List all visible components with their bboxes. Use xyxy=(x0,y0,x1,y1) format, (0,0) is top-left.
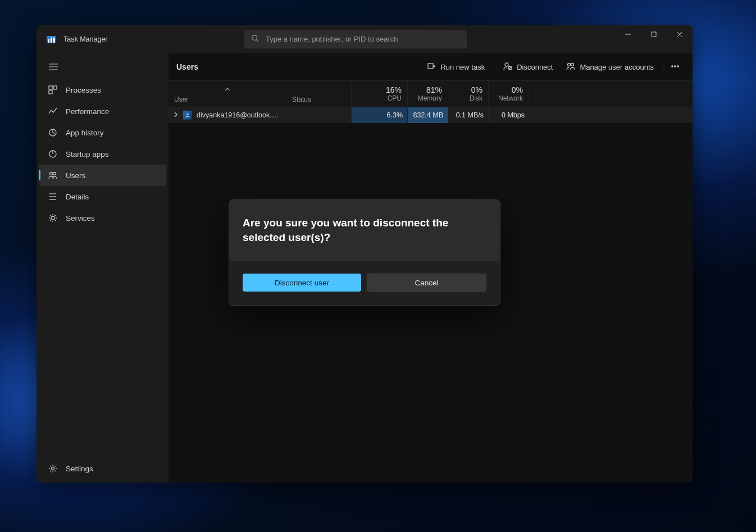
disconnect-confirm-dialog: Are you sure you want to disconnect the … xyxy=(229,199,500,306)
cancel-button[interactable]: Cancel xyxy=(367,274,486,292)
desktop-wallpaper: Task Manager xyxy=(0,0,756,532)
task-manager-window: Task Manager xyxy=(37,25,693,483)
dialog-backdrop: Are you sure you want to disconnect the … xyxy=(37,25,693,483)
disconnect-user-button[interactable]: Disconnect user xyxy=(243,274,361,292)
dialog-title: Are you sure you want to disconnect the … xyxy=(243,216,486,244)
